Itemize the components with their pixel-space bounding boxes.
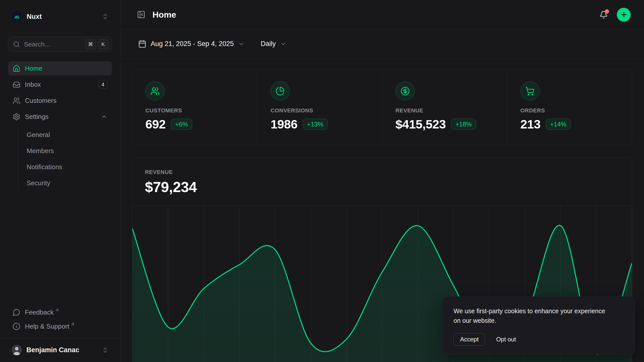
avatar <box>12 345 22 355</box>
stat-label: CONVERSIONS <box>271 107 369 114</box>
stat-label: CUSTOMERS <box>145 107 244 114</box>
chevron-down-icon <box>238 41 245 47</box>
sidebar-item-feedback[interactable]: Feedback <box>8 305 112 319</box>
header-actions <box>599 8 631 22</box>
date-range-value: Aug 21, 2025 - Sep 4, 2025 <box>151 40 234 48</box>
notification-dot <box>605 9 609 14</box>
stat-label: ORDERS <box>520 107 619 114</box>
house-icon <box>13 65 20 72</box>
cookie-banner: We use first-party cookies to enhance yo… <box>442 296 635 355</box>
sidebar-item-label: Customers <box>25 97 57 105</box>
nuxt-logo-icon <box>12 11 22 22</box>
inbox-count-badge: 4 <box>98 80 107 88</box>
cookie-message: We use first-party cookies to enhance yo… <box>454 306 612 326</box>
sidebar-item-home[interactable]: Home <box>8 61 112 75</box>
sidebar-item-customers[interactable]: Customers <box>8 94 112 108</box>
sidebar-item-label: Home <box>25 65 42 72</box>
notifications-button[interactable] <box>599 11 608 19</box>
accept-button[interactable]: Accept <box>454 333 485 346</box>
arrow-up-right-icon <box>70 322 75 327</box>
sidebar-item-help-support[interactable]: Help & Support <box>8 319 112 333</box>
team-switcher[interactable]: Nuxt <box>8 9 112 24</box>
sidebar-item-settings[interactable]: Settings <box>8 110 112 124</box>
page-header: Home <box>120 0 644 29</box>
page-title: Home <box>152 10 176 20</box>
stat-value: $415,523 <box>395 117 446 131</box>
stat-value: 213 <box>520 117 541 131</box>
sidebar-spacer <box>8 190 112 305</box>
sidebar-item-inbox[interactable]: Inbox 4 <box>8 77 112 92</box>
granularity-value: Daily <box>261 40 276 48</box>
shopping-cart-icon <box>520 81 540 101</box>
revenue-value: $79,234 <box>145 178 619 195</box>
calendar-icon <box>138 40 146 48</box>
panel-left-close-icon <box>137 10 145 19</box>
granularity-select[interactable]: Daily <box>259 40 288 48</box>
sidebar-item-general[interactable]: General <box>18 128 112 142</box>
stat-revenue: REVENUE $415,523 +18% <box>382 69 507 145</box>
info-icon <box>13 323 20 330</box>
search-input[interactable]: Search... ⌘ K <box>8 37 112 52</box>
message-circle-icon <box>13 308 20 316</box>
users-icon <box>13 97 20 105</box>
sidebar-item-label: Inbox <box>25 81 41 88</box>
inbox-icon <box>13 81 20 88</box>
chevron-down-icon <box>280 41 287 47</box>
stat-label: REVENUE <box>395 107 494 114</box>
pie-chart-icon <box>271 81 290 101</box>
chevrons-up-down-icon <box>102 13 108 20</box>
sidebar-item-label: Help & Support <box>25 323 69 330</box>
gear-icon <box>13 113 20 121</box>
plus-icon <box>620 11 628 18</box>
add-button[interactable] <box>617 8 631 22</box>
user-name: Benjamin Canac <box>26 346 79 354</box>
opt-out-button[interactable]: Opt out <box>495 336 517 343</box>
arrow-up-right-icon <box>55 308 59 312</box>
stat-conversions: CONVERSIONS 1986 +13% <box>257 69 382 145</box>
stat-delta-badge: +13% <box>303 119 328 130</box>
search-shortcut: ⌘ K <box>85 39 108 49</box>
chevrons-up-down-icon <box>102 347 108 353</box>
sidebar-item-label: Feedback <box>25 308 54 316</box>
sidebar-item-members[interactable]: Members <box>18 144 112 158</box>
cmd-keycap: ⌘ <box>85 39 96 49</box>
stat-value: 1986 <box>271 117 298 131</box>
team-name: Nuxt <box>27 13 42 21</box>
search-placeholder: Search... <box>24 40 50 48</box>
stat-delta-badge: +6% <box>171 119 192 130</box>
stat-value: 692 <box>145 117 166 131</box>
sidebar-nav: Home Inbox 4 Customers Settings Ge <box>8 61 112 190</box>
stat-orders: ORDERS 213 +14% <box>507 69 632 145</box>
revenue-chart-header: REVENUE $79,234 <box>132 158 632 205</box>
users-icon <box>145 81 165 101</box>
sidebar: Nuxt Search... ⌘ K Home Inbox 4 <box>0 0 120 362</box>
user-menu[interactable]: Benjamin Canac <box>8 338 112 362</box>
stat-delta-badge: +14% <box>546 119 571 130</box>
filter-toolbar: Aug 21, 2025 - Sep 4, 2025 Daily <box>120 29 644 59</box>
circle-dollar-icon <box>395 81 415 101</box>
k-keycap: K <box>98 39 108 49</box>
sidebar-item-label: Settings <box>25 113 49 121</box>
collapse-sidebar-button[interactable] <box>137 10 145 19</box>
stat-customers: CUSTOMERS 692 +6% <box>132 69 257 145</box>
stat-delta-badge: +18% <box>451 119 476 130</box>
sidebar-item-notifications[interactable]: Notifications <box>18 160 112 174</box>
stats-panel: CUSTOMERS 692 +6% CONVERSIONS 1986 +13% <box>132 69 632 145</box>
sidebar-item-security[interactable]: Security <box>18 176 112 190</box>
cookie-actions: Accept Opt out <box>454 333 624 346</box>
revenue-label: REVENUE <box>145 169 619 175</box>
search-icon <box>13 41 20 48</box>
date-range-picker[interactable]: Aug 21, 2025 - Sep 4, 2025 <box>137 39 246 48</box>
settings-submenu: General Members Notifications Security <box>18 128 112 190</box>
chevron-up-icon <box>101 113 107 120</box>
